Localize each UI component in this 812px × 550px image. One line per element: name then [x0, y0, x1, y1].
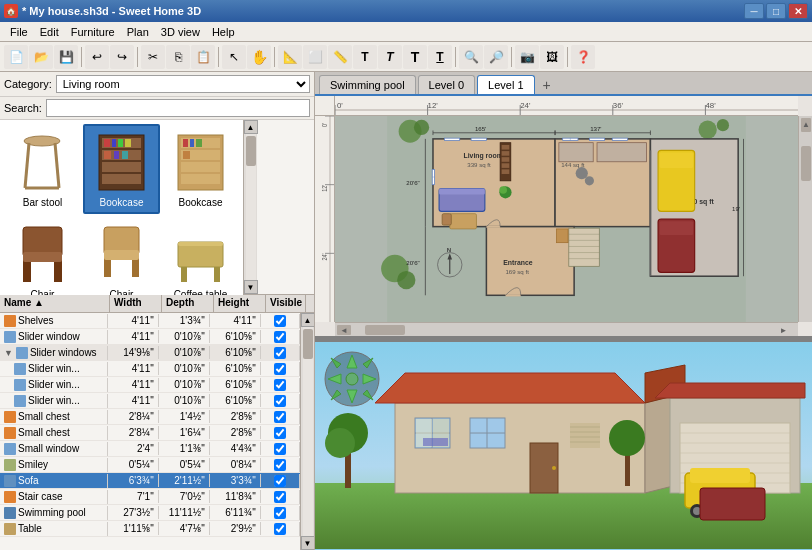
col-header-depth[interactable]: Depth: [162, 295, 214, 312]
checkbox-slider-window[interactable]: [274, 331, 286, 343]
col-header-height[interactable]: Height: [214, 295, 266, 312]
table-row[interactable]: ▼ Slider windows 14'9⅛" 0'10⅞" 6'10⅝": [0, 345, 300, 361]
help-button[interactable]: ❓: [571, 45, 595, 69]
cell-visible-slider-windows[interactable]: [261, 346, 300, 360]
pan-button[interactable]: ✋: [247, 45, 271, 69]
checkbox-pool[interactable]: [274, 507, 286, 519]
props-scroll-down[interactable]: ▼: [301, 536, 315, 550]
checkbox-smiley[interactable]: [274, 459, 286, 471]
scrollbar-track[interactable]: [246, 134, 256, 280]
add-wall-button[interactable]: 📐: [278, 45, 302, 69]
horizontal-scrollbar[interactable]: ◄ ►: [335, 322, 798, 336]
render-button[interactable]: 🖼: [540, 45, 564, 69]
checkbox-shelves[interactable]: [274, 315, 286, 327]
table-row[interactable]: Swimming pool 27'3½" 11'11½" 6'11¾": [0, 505, 300, 521]
tab-add-button[interactable]: +: [537, 76, 557, 94]
zoom-in-button[interactable]: 🔍: [459, 45, 483, 69]
col-header-name[interactable]: Name ▲: [0, 295, 110, 312]
furniture-item-chair2[interactable]: Chair: [83, 216, 160, 295]
cell-visible-stair[interactable]: [261, 490, 300, 504]
table-row[interactable]: Slider window 4'11" 0'10⅞" 6'10⅝": [0, 329, 300, 345]
cell-visible-sw3[interactable]: [261, 394, 300, 408]
checkbox-sw3[interactable]: [274, 395, 286, 407]
cell-visible-smiley[interactable]: [261, 458, 300, 472]
plan-canvas[interactable]: Living room 339 sq ft Kitchen 144 sq ft …: [335, 116, 798, 322]
cell-visible-sw1[interactable]: [261, 362, 300, 376]
table-row[interactable]: Sofa 6'3¾" 2'11½" 3'3¾": [0, 473, 300, 489]
select-button[interactable]: ↖: [222, 45, 246, 69]
cell-visible-shelves[interactable]: [261, 314, 300, 328]
checkbox-sw2[interactable]: [274, 379, 286, 391]
cell-visible-swin[interactable]: [261, 442, 300, 456]
props-scroll-up[interactable]: ▲: [301, 313, 315, 327]
col-header-visible[interactable]: Visible: [266, 295, 306, 312]
checkbox-sofa[interactable]: [274, 475, 286, 487]
menu-edit[interactable]: Edit: [34, 24, 65, 40]
tab-level-1[interactable]: Level 1: [477, 75, 534, 94]
checkbox-table[interactable]: [274, 523, 286, 535]
tab-level-0[interactable]: Level 0: [418, 75, 475, 94]
cell-visible-sc1[interactable]: [261, 410, 300, 424]
scrollbar-down-btn[interactable]: ▼: [244, 280, 258, 294]
scrollbar-thumb[interactable]: [246, 136, 256, 166]
vertical-scrollbar[interactable]: ▲: [798, 116, 812, 322]
add-dim-button[interactable]: 📏: [328, 45, 352, 69]
menu-help[interactable]: Help: [206, 24, 241, 40]
table-row[interactable]: Small chest 2'8¼" 1'4½" 2'8⅝": [0, 409, 300, 425]
furniture-item-bar-stool[interactable]: Bar stool: [4, 124, 81, 214]
maximize-button[interactable]: □: [766, 3, 786, 19]
table-row[interactable]: Smiley 0'5¼" 0'5¼" 0'8¼": [0, 457, 300, 473]
table-row[interactable]: Slider win... 4'11" 0'10⅞" 6'10⅝": [0, 377, 300, 393]
tab-swimming-pool[interactable]: Swimming pool: [319, 75, 416, 94]
checkbox-sc2[interactable]: [274, 427, 286, 439]
cell-visible-slider-window[interactable]: [261, 330, 300, 344]
save-button[interactable]: 💾: [54, 45, 78, 69]
table-row[interactable]: Shelves 4'11" 1'3¾" 4'11": [0, 313, 300, 329]
furniture-item-bookcase[interactable]: Bookcase: [83, 124, 160, 214]
cell-visible-sofa[interactable]: [261, 474, 300, 488]
add-text4-button[interactable]: T: [428, 45, 452, 69]
menu-3dview[interactable]: 3D view: [155, 24, 206, 40]
table-row[interactable]: Small window 2'4" 1'1⅜" 4'4¾": [0, 441, 300, 457]
col-header-width[interactable]: Width: [110, 295, 162, 312]
cell-visible-table[interactable]: [261, 522, 300, 536]
3d-button[interactable]: 📷: [515, 45, 539, 69]
checkbox-swin[interactable]: [274, 443, 286, 455]
checkbox-stair[interactable]: [274, 491, 286, 503]
category-select[interactable]: Living room Bedroom Kitchen Bathroom: [56, 75, 310, 93]
menu-plan[interactable]: Plan: [121, 24, 155, 40]
cell-visible-pool[interactable]: [261, 506, 300, 520]
redo-button[interactable]: ↪: [110, 45, 134, 69]
scrollbar-up-btn[interactable]: ▲: [244, 120, 258, 134]
table-row[interactable]: Small chest 2'8¼" 1'6¼" 2'8⅝": [0, 425, 300, 441]
table-row[interactable]: Table 1'11⅝" 4'7⅛" 2'9½": [0, 521, 300, 537]
cell-visible-sw2[interactable]: [261, 378, 300, 392]
table-row[interactable]: Slider win... 4'11" 0'10⅞" 6'10⅝": [0, 393, 300, 409]
props-scroll-track[interactable]: [303, 327, 313, 536]
table-row[interactable]: Stair case 7'1" 7'0½" 11'8¾": [0, 489, 300, 505]
add-text-button[interactable]: T: [353, 45, 377, 69]
copy-button[interactable]: ⎘: [166, 45, 190, 69]
open-button[interactable]: 📂: [29, 45, 53, 69]
checkbox-slider-windows[interactable]: [274, 347, 286, 359]
menu-file[interactable]: File: [4, 24, 34, 40]
close-button[interactable]: ✕: [788, 3, 808, 19]
minimize-button[interactable]: ─: [744, 3, 764, 19]
cut-button[interactable]: ✂: [141, 45, 165, 69]
checkbox-sc1[interactable]: [274, 411, 286, 423]
checkbox-sw1[interactable]: [274, 363, 286, 375]
paste-button[interactable]: 📋: [191, 45, 215, 69]
search-input[interactable]: [46, 99, 310, 117]
furniture-item-coffee-table[interactable]: Coffee table: [162, 216, 239, 295]
cell-visible-sc2[interactable]: [261, 426, 300, 440]
add-text2-button[interactable]: T: [378, 45, 402, 69]
props-scroll-thumb[interactable]: [303, 329, 313, 359]
furniture-item-chair[interactable]: Chair: [4, 216, 81, 295]
add-room-button[interactable]: ⬜: [303, 45, 327, 69]
furniture-item-bookcase2[interactable]: Bookcase: [162, 124, 239, 214]
zoom-out-button[interactable]: 🔎: [484, 45, 508, 69]
add-text3-button[interactable]: T: [403, 45, 427, 69]
undo-button[interactable]: ↩: [85, 45, 109, 69]
menu-furniture[interactable]: Furniture: [65, 24, 121, 40]
new-button[interactable]: 📄: [4, 45, 28, 69]
